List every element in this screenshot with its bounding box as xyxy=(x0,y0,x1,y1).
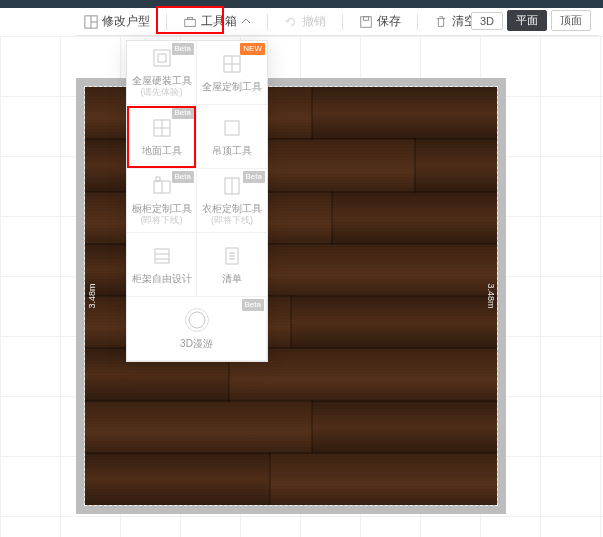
tool-label: 衣柜定制工具(即将下线) xyxy=(202,203,262,226)
roam-icon xyxy=(185,308,209,332)
toolbox-label: 工具箱 xyxy=(201,13,237,30)
shelf-icon xyxy=(151,245,173,267)
hardfit-icon xyxy=(151,47,173,69)
ceiling-icon xyxy=(221,117,243,139)
beta-tag: Beta xyxy=(242,299,264,311)
save-button[interactable]: 保存 xyxy=(351,11,409,33)
cabinet-icon xyxy=(151,175,173,197)
svg-rect-5 xyxy=(361,16,372,27)
dimension-right: 3.48m xyxy=(485,283,495,308)
separator xyxy=(267,14,268,30)
view-mode-group: 3D 平面 顶面 xyxy=(471,10,591,31)
svg-rect-4 xyxy=(187,17,192,19)
floorplan-icon xyxy=(84,15,98,29)
tool-cabinet-custom[interactable]: Beta 橱柜定制工具(即将下线) xyxy=(127,169,197,233)
beta-tag: Beta xyxy=(172,171,194,183)
tool-label: 3D漫游 xyxy=(180,338,213,350)
tool-label: 全屋定制工具 xyxy=(202,81,262,93)
undo-button[interactable]: 撤销 xyxy=(276,11,334,33)
tool-label: 清单 xyxy=(222,273,242,285)
svg-rect-18 xyxy=(156,177,160,181)
view-3d-button[interactable]: 3D xyxy=(471,12,503,30)
tool-label: 全屋硬装工具(请先体验) xyxy=(132,75,192,98)
tool-shelf-free[interactable]: 柜架自由设计 xyxy=(127,233,197,297)
tool-label: 吊顶工具 xyxy=(212,145,252,157)
dimension-left: 3.48m xyxy=(87,283,97,308)
view-bird-button[interactable]: 顶面 xyxy=(551,10,591,31)
svg-rect-6 xyxy=(363,16,368,20)
svg-rect-7 xyxy=(154,50,170,66)
chevron-up-icon xyxy=(241,15,251,29)
modify-floorplan-button[interactable]: 修改户型 xyxy=(76,11,158,33)
svg-rect-8 xyxy=(158,54,166,62)
floor-icon xyxy=(151,117,173,139)
view-plan-button[interactable]: 平面 xyxy=(507,10,547,31)
tool-floor[interactable]: Beta 地面工具 xyxy=(127,105,197,169)
tool-bom-list[interactable]: 清单 xyxy=(197,233,267,297)
beta-tag: Beta xyxy=(243,171,265,183)
custom-icon xyxy=(221,53,243,75)
tool-label: 地面工具 xyxy=(142,145,182,157)
save-icon xyxy=(359,15,373,29)
tool-label: 柜架自由设计 xyxy=(132,273,192,285)
toolbox-dropdown: Beta 全屋硬装工具(请先体验) NEW 全屋定制工具 Beta 地面工具 吊… xyxy=(126,40,268,362)
tool-whole-custom[interactable]: NEW 全屋定制工具 xyxy=(197,41,267,105)
toolbox-icon xyxy=(183,15,197,29)
list-icon xyxy=(221,245,243,267)
tool-ceiling[interactable]: 吊顶工具 xyxy=(197,105,267,169)
wardrobe-icon xyxy=(221,175,243,197)
tool-label: 橱柜定制工具(即将下线) xyxy=(132,203,192,226)
tool-whole-hardfit[interactable]: Beta 全屋硬装工具(请先体验) xyxy=(127,41,197,105)
trash-icon xyxy=(434,15,448,29)
tool-3d-roam[interactable]: Beta 3D漫游 xyxy=(127,297,267,361)
tool-wardrobe-custom[interactable]: Beta 衣柜定制工具(即将下线) xyxy=(197,169,267,233)
beta-tag: Beta xyxy=(172,107,194,119)
app-titlebar xyxy=(0,0,603,8)
separator xyxy=(417,14,418,30)
new-tag: NEW xyxy=(240,43,265,55)
svg-rect-21 xyxy=(155,249,169,263)
save-label: 保存 xyxy=(377,13,401,30)
beta-tag: Beta xyxy=(172,43,194,55)
toolbox-button[interactable]: 工具箱 xyxy=(175,11,259,33)
svg-rect-3 xyxy=(185,19,196,26)
modify-floorplan-label: 修改户型 xyxy=(102,13,150,30)
undo-label: 撤销 xyxy=(302,13,326,30)
separator xyxy=(166,14,167,30)
svg-rect-15 xyxy=(225,121,239,135)
undo-icon xyxy=(284,15,298,29)
separator xyxy=(342,14,343,30)
svg-point-28 xyxy=(189,312,205,328)
